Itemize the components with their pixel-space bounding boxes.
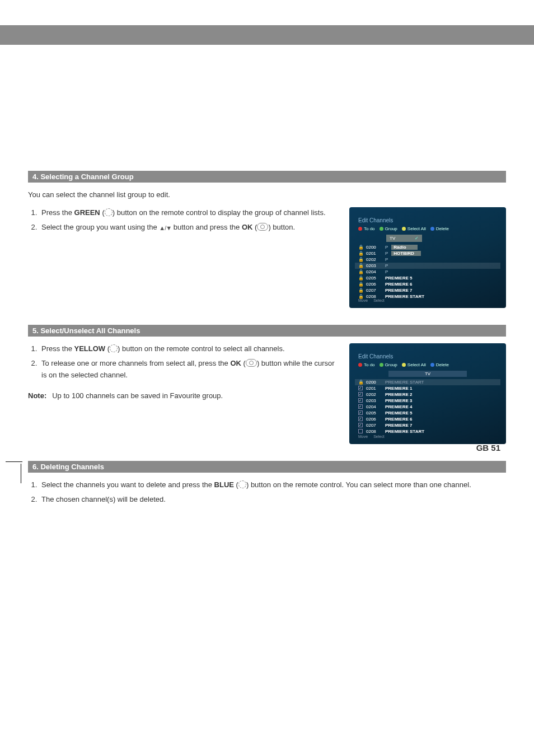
circle-icon (238, 480, 246, 488)
section-4: 4. Selecting a Channel Group You can sel… (17, 171, 517, 308)
blue-dot-icon (430, 227, 434, 231)
s4-2-b: button and press the (171, 223, 242, 231)
row-num: 0202 (366, 392, 382, 397)
updown-icon: ▲/▼ (159, 223, 171, 234)
row-name: PREMIERE 5 (385, 410, 412, 416)
ss1-dropdown-label: TV (390, 236, 395, 241)
table-row: 🔒0200PREMIERE START (355, 379, 500, 385)
s4-2-d: button. (271, 223, 295, 231)
section-5-text: Press the YELLOW () button on the remote… (28, 343, 338, 400)
row-p: P (385, 269, 388, 274)
row-p: P (385, 245, 388, 250)
ss2-menu-selectall: Select All (402, 362, 426, 367)
s4-1-a: Press the (41, 208, 74, 217)
row-num: 0205 (366, 410, 382, 416)
table-row: 0203PREMIERE 3 (355, 398, 500, 404)
row-num: 0201 (366, 386, 382, 391)
table-row: 0204PREMIERE 4 (355, 404, 500, 410)
row-num: 0207 (366, 423, 382, 428)
ss2-selectall-label: Select All (407, 362, 426, 367)
table-row: 0205PREMIERE 5 (355, 410, 500, 416)
s5-2-ok: OK (230, 359, 241, 367)
row-p: P (385, 263, 388, 268)
section-6: 6. Deleting Channels Select the channels… (17, 461, 517, 506)
s6-1-blue: BLUE (214, 480, 234, 489)
lock-icon: 🔒 (358, 263, 363, 268)
checkbox-icon (358, 429, 363, 433)
section-4-intro: You can select the channel list group to… (28, 189, 506, 200)
section-6-steps: Select the channels you want to delete a… (39, 479, 506, 506)
row-num: 0204 (366, 269, 382, 274)
checkbox-icon (358, 417, 363, 421)
section-6-step-2: The chosen channel(s) will be deleted. (39, 494, 506, 506)
row-name: PREMIERE START (385, 380, 424, 385)
s5-1-yellow: YELLOW (74, 344, 106, 353)
row-p: P (385, 251, 388, 256)
s5-2-a: To release one or more channels from sel… (41, 359, 230, 367)
section-4-step-1: Press the GREEN () button on the remote … (39, 207, 338, 219)
table-row: 🔒0204P (355, 269, 500, 275)
s6-1-a: Select the channels you want to delete a… (41, 480, 214, 489)
row-num: 0204 (366, 404, 382, 409)
ss2-select: Select (373, 435, 384, 438)
note-text: Up to 100 channels can be saved in Favou… (52, 391, 223, 400)
row-num: 0206 (366, 282, 382, 287)
section-4-columns: Press the GREEN () button on the remote … (28, 207, 506, 308)
section-5-heading: 5. Select/Unselect All Channels (28, 325, 506, 337)
ss1-group-label: Group (385, 226, 397, 231)
lock-icon: 🔒 (358, 257, 363, 262)
row-name: PREMIERE 6 (385, 417, 412, 422)
ss2-move: Move (358, 435, 368, 438)
row-num: 0200 (366, 245, 382, 250)
checkbox-icon (358, 398, 363, 403)
ss1-menu-group: Group (380, 226, 397, 231)
row-name: PREMIERE START (385, 429, 424, 434)
section-4-heading: 4. Selecting a Channel Group (28, 171, 506, 183)
crop-mark-icon (6, 461, 22, 462)
red-dot-icon (358, 227, 362, 231)
table-row: 0208PREMIERE START (355, 428, 500, 435)
ss1-delete-label: Delete (436, 226, 449, 231)
s4-1-green: GREEN (74, 208, 100, 217)
table-row: 🔒0201P HOTBIRD (355, 250, 500, 256)
ss1-foot: MoveSelect (358, 298, 385, 302)
ss1-menu-todo: To do (358, 226, 375, 231)
ok-icon (257, 223, 268, 231)
table-row: 0206PREMIERE 6 (355, 416, 500, 422)
table-row: 🔒0205PREMIERE 5 (355, 275, 500, 281)
section-4-steps: Press the GREEN () button on the remote … (39, 207, 338, 234)
section-4-step-2: Select the group you want using the ▲/▼ … (39, 222, 338, 234)
ss1-select: Select (373, 298, 384, 302)
s5-1-a: Press the (41, 344, 74, 353)
ss1-move: Move (358, 298, 368, 302)
table-row: 🔒0206PREMIERE 6 (355, 281, 500, 287)
row-name: PREMIERE 3 (385, 398, 412, 403)
ss2-todo-label: To do (364, 362, 375, 367)
section-5-note: Note: Up to 100 channels can be saved in… (28, 391, 338, 400)
ss2-rows: 🔒0200PREMIERE START 0201PREMIERE 1 0202P… (355, 379, 500, 435)
row-num: 0203 (366, 263, 382, 268)
circle-icon (110, 344, 118, 352)
section-5-columns: Press the YELLOW () button on the remote… (28, 343, 506, 444)
checkbox-icon (358, 423, 363, 427)
lock-icon: 🔒 (358, 288, 363, 293)
checkbox-icon (358, 410, 363, 415)
lock-icon: 🔒 (358, 269, 363, 274)
ss2-menu-todo: To do (358, 362, 375, 367)
section-5-step-2: To release one or more channels from sel… (39, 358, 338, 381)
section-5: 5. Select/Unselect All Channels Press th… (17, 325, 517, 444)
row-name: Radio (391, 245, 417, 250)
ss1-title: Edit Channels (355, 217, 500, 223)
row-num: 0207 (366, 288, 382, 293)
ss1-dropdown: TV✓ (386, 235, 422, 242)
row-num: 0203 (366, 398, 382, 403)
table-row: 🔒0203P (355, 263, 500, 269)
ss1-rows: 🔒0200P Radio 🔒0201P HOTBIRD 🔒0202P 🔒0203… (355, 244, 500, 300)
crop-mark-icon (21, 464, 21, 483)
table-row: 0201PREMIERE 1 (355, 385, 500, 391)
ss2-delete-label: Delete (436, 362, 449, 367)
row-name: PREMIERE 4 (385, 404, 412, 409)
row-name: PREMIERE 2 (385, 392, 412, 397)
s4-2-a: Select the group you want using the (41, 223, 159, 231)
s6-1-c: button on the remote control. You can se… (249, 480, 471, 489)
